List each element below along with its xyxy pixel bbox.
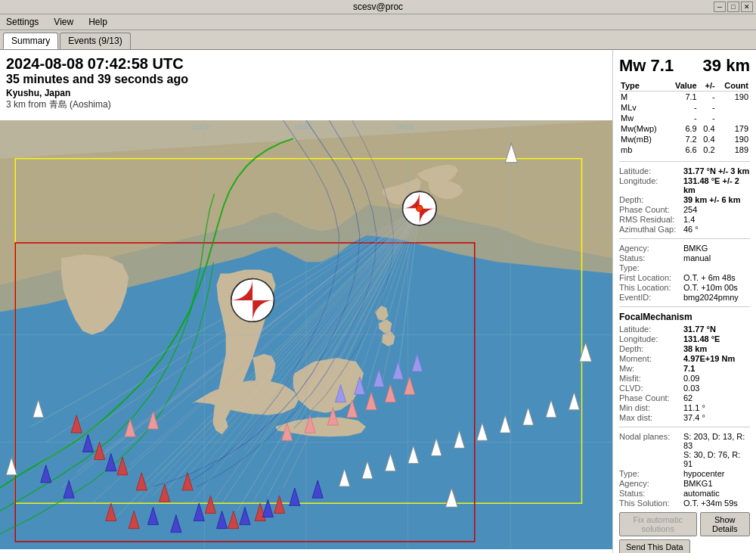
agency-value: BMKG [683, 244, 708, 253]
fm-moment-value: 4.97E+19 Nm [683, 354, 735, 363]
agency-label: Agency: [619, 244, 683, 253]
fm-latitude-label: Latitude: [619, 325, 683, 334]
col-count: Count [717, 80, 750, 92]
tab-summary[interactable]: Summary [3, 33, 58, 49]
status-value: manual [683, 253, 711, 263]
fm-status-value: automatic [683, 489, 720, 498]
type-row: Type: [619, 263, 750, 272]
titlebar-title: scesv@proc [353, 2, 403, 12]
fm-clvd-label: CLVD: [619, 384, 683, 393]
rms-label: RMS Residual: [619, 215, 683, 224]
type-label: Type: [619, 263, 683, 272]
fm-longitude-label: Longitude: [619, 334, 683, 343]
fm-min-dist-value: 11.1 ° [683, 403, 705, 412]
nodal-planes-row: Nodal planes: S: 203, D: 13, R: 83 S: 30… [619, 432, 750, 468]
fm-agency-label: Agency: [619, 479, 683, 488]
fm-status-row: Status: automatic [619, 489, 750, 498]
latitude-row: Latitude: 31.77 °N +/- 3 km [619, 166, 750, 176]
mag-table-row: mb6.60.2189 [619, 144, 750, 155]
fm-misfit-row: Misfit: 0.09 [619, 374, 750, 383]
fm-clvd-value: 0.03 [683, 384, 699, 393]
azimuthal-row: Azimuthal Gap: 46 ° [619, 225, 750, 234]
fm-misfit-label: Misfit: [619, 374, 683, 383]
latitude-label: Latitude: [619, 166, 683, 176]
action-buttons: Fix automatic solutions Show Details [619, 512, 750, 536]
longitude-value: 131.48 °E +/- 2 km [683, 176, 750, 194]
col-plusminus: +/- [699, 80, 717, 92]
agency-row: Agency: BMKG [619, 244, 750, 253]
show-details-button[interactable]: Show Details [700, 512, 750, 536]
focal-mechanism-title: FocalMechanism [619, 312, 750, 322]
fm-max-dist-value: 37.4 ° [683, 413, 705, 422]
depth-label: Depth: [619, 195, 683, 204]
azimuthal-value: 46 ° [683, 225, 699, 234]
fm-this-solution-row: This Solution: O.T. +34m 59s [619, 499, 750, 508]
send-this-data-button[interactable]: Send This Data [619, 539, 690, 553]
this-location-value: O.T. +10m 00s [683, 283, 738, 292]
rms-value: 1.4 [683, 215, 695, 224]
mw-display: Mw 7.1 [619, 56, 674, 76]
status-row: Status: manual [619, 253, 750, 263]
fm-this-solution-label: This Solution: [619, 499, 683, 508]
phase-count-value: 254 [683, 205, 697, 214]
status-label: Status: [619, 253, 683, 263]
svg-text:180 E: 180 E [396, 123, 414, 131]
depth-display: 39 km [703, 56, 750, 76]
event-id-value: bmg2024pmny [683, 293, 739, 302]
fm-max-dist-label: Max dist: [619, 413, 683, 422]
map-svg[interactable]: 120 E 150 E 180 E [0, 114, 612, 553]
magnitude-table: Type Value +/- Count M7.1-190MLv--Mw--Mw… [619, 80, 750, 155]
menubar: Settings View Help [0, 14, 756, 30]
event-region: Kyushu, Japan [6, 88, 606, 98]
main-content: 2024-08-08 07:42:58 UTC 35 minutes and 3… [0, 49, 756, 553]
fm-type-row: Type: hypocenter [619, 469, 750, 478]
focal-mechanism-section: FocalMechanism Latitude: 31.77 °N Longit… [619, 312, 750, 508]
nodal-planes-value1: S: 203, D: 13, R: 83 S: 30, D: 76, R: 91 [683, 432, 750, 468]
map-container[interactable]: 120 E 150 E 180 E [0, 114, 612, 553]
event-datetime: 2024-08-08 07:42:58 UTC [6, 54, 606, 73]
fm-depth-label: Depth: [619, 344, 683, 353]
fm-clvd-row: CLVD: 0.03 [619, 384, 750, 393]
fm-phase-count-row: Phase Count: 62 [619, 393, 750, 402]
close-button[interactable]: ✕ [741, 2, 753, 12]
fm-min-dist-row: Min dist: 11.1 ° [619, 403, 750, 412]
mag-table-row: Mw-- [619, 113, 750, 123]
menu-settings[interactable]: Settings [3, 16, 42, 28]
fm-moment-label: Moment: [619, 354, 683, 363]
minimize-button[interactable]: ─ [714, 2, 726, 12]
titlebar: scesv@proc ─ □ ✕ [0, 0, 756, 14]
fm-moment-row: Moment: 4.97E+19 Nm [619, 354, 750, 363]
send-btn-row: Send This Data [619, 539, 750, 553]
phase-count-label: Phase Count: [619, 205, 683, 214]
latitude-value: 31.77 °N +/- 3 km [683, 166, 749, 176]
phase-count-row: Phase Count: 254 [619, 205, 750, 214]
tab-events[interactable]: Events (9/13) [60, 33, 130, 49]
mag-table-row: M7.1-190 [619, 92, 750, 103]
mw-header: Mw 7.1 39 km [619, 56, 750, 76]
event-distance: 3 km from 青島 (Aoshima) [6, 98, 606, 111]
fm-status-label: Status: [619, 489, 683, 498]
menu-view[interactable]: View [51, 16, 76, 28]
fm-min-dist-label: Min dist: [619, 403, 683, 412]
event-time-ago: 35 minutes and 39 seconds ago [6, 73, 606, 86]
fm-phase-count-value: 62 [683, 393, 692, 402]
fm-type-label: Type: [619, 469, 683, 478]
this-location-row: This Location: O.T. +10m 00s [619, 283, 750, 292]
fm-longitude-row: Longitude: 131.48 °E [619, 334, 750, 343]
fm-mw-row: Mw: 7.1 [619, 364, 750, 373]
event-id-label: EventID: [619, 293, 683, 302]
fm-misfit-value: 0.09 [683, 374, 699, 383]
event-id-row: EventID: bmg2024pmny [619, 293, 750, 302]
restore-button[interactable]: □ [727, 2, 739, 12]
fm-this-solution-value: O.T. +34m 59s [683, 499, 738, 508]
fm-phase-count-label: Phase Count: [619, 393, 683, 402]
depth-value-loc: 39 km +/- 6 km [683, 195, 741, 204]
titlebar-controls: ─ □ ✕ [714, 2, 753, 12]
left-panel: 2024-08-08 07:42:58 UTC 35 minutes and 3… [0, 50, 612, 553]
longitude-row: Longitude: 131.48 °E +/- 2 km [619, 176, 750, 194]
fm-max-dist-row: Max dist: 37.4 ° [619, 413, 750, 422]
fix-automatic-button[interactable]: Fix automatic solutions [619, 512, 697, 536]
fm-type-value: hypocenter [683, 469, 724, 478]
menu-help[interactable]: Help [85, 16, 110, 28]
tabbar: Summary Events (9/13) [0, 30, 756, 49]
